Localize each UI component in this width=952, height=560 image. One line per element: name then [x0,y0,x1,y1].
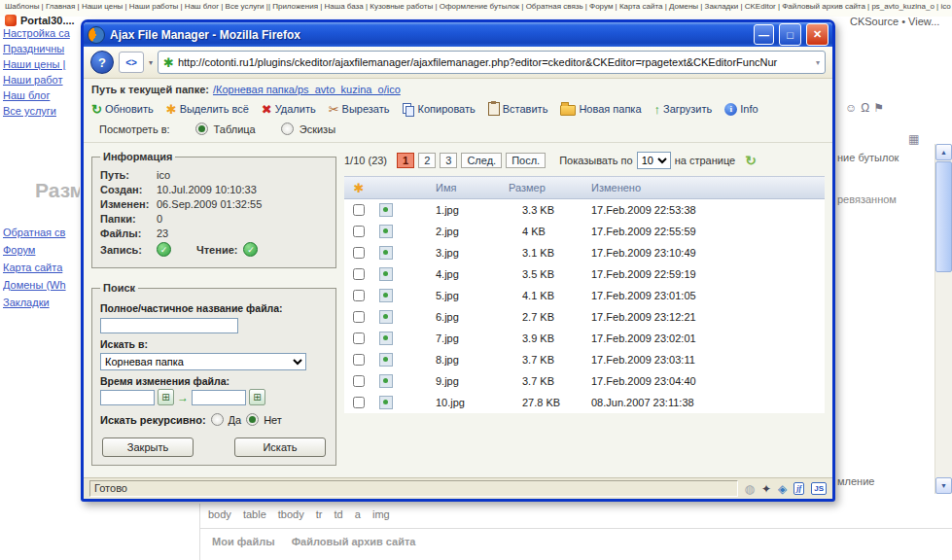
upload-button[interactable]: ↑ Загрузить [654,103,713,116]
file-name[interactable]: 10.jpg [399,397,501,408]
calendar-icon[interactable]: ⊞ [249,389,265,405]
modified-column-header[interactable]: Изменено [583,182,825,193]
address-bar[interactable]: ✱ http://cotonti.ru1/plugins/ckeditor/aj… [158,51,826,74]
table-row[interactable]: 1.jpg 3.3 KB 17.Feb.2009 22:53:38 [344,199,825,221]
row-checkbox[interactable] [353,332,365,344]
next-page-button[interactable]: След. [461,153,502,168]
select-all-button[interactable]: ✱ Выделить всё [166,103,249,116]
path-segment-root[interactable]: /Корневая папка [213,84,295,95]
chevron-down-icon[interactable]: ▾ [149,58,153,67]
row-checkbox[interactable] [353,247,365,259]
select-column-icon[interactable]: ✱ [354,181,365,195]
table-row[interactable]: 5.jpg 4.1 KB 17.Feb.2009 23:01:05 [344,285,825,306]
js-badge[interactable]: JS [811,482,827,495]
editor-element-path[interactable]: body table tbody tr td a img [208,508,390,520]
row-checkbox[interactable] [353,268,365,280]
delete-button[interactable]: ✖ Удалить [262,103,316,116]
plugin-icon[interactable]: ✦ [761,482,771,496]
search-in-select[interactable]: Корневая папка [100,353,306,370]
table-row[interactable]: 10.jpg 27.8 KB 08.Jun.2007 23:11:38 [344,392,825,413]
recursive-no-radio[interactable] [246,413,259,426]
refresh-button[interactable]: ↻ Обновить [91,103,154,116]
page-scrollbar[interactable]: ▲ ▼ [934,144,952,494]
file-name[interactable]: 6.jpg [399,311,501,323]
size-column-header[interactable]: Размер [501,182,583,193]
nav-link[interactable]: Наши цены | [3,56,81,72]
table-row[interactable]: 8.jpg 3.7 KB 17.Feb.2009 23:03:11 [344,349,825,370]
row-checkbox[interactable] [353,354,365,366]
nav-link[interactable]: Карта сайта [3,259,81,276]
time-to-input[interactable] [192,390,246,405]
close-search-button[interactable]: Закрыть [102,438,194,457]
file-name[interactable]: 5.jpg [399,290,501,301]
window-titlebar[interactable]: Ajax File Manager - Mozilla Firefox — □ … [84,22,832,47]
feed-icon[interactable]: ◍ [745,482,755,496]
path-segment-current[interactable]: /ico [384,84,401,95]
nav-link[interactable]: Обратная св [3,224,81,241]
new-folder-button[interactable]: Новая папка [560,102,641,116]
help-button[interactable]: ? [90,51,114,74]
file-name[interactable]: 4.jpg [399,268,501,280]
nav-link[interactable]: Закладки [3,294,81,311]
cut-button[interactable]: ✂ Вырезать [329,103,390,116]
nav-link[interactable]: Наши работ [3,72,81,88]
nav-link[interactable]: Праздничны [3,41,81,56]
page-size-select[interactable]: 10 [637,152,671,169]
search-button[interactable]: Искать [234,438,326,457]
scroll-up-button[interactable]: ▲ [935,144,952,160]
close-button[interactable]: ✕ [806,23,829,46]
file-name[interactable]: 7.jpg [399,332,501,344]
row-checkbox[interactable] [353,375,365,387]
page-1-button[interactable]: 1 [397,153,414,168]
table-row[interactable]: 6.jpg 2.7 KB 17.Feb.2009 23:12:21 [344,306,825,328]
smiley-icon[interactable]: ☺ [845,101,861,115]
minimize-button[interactable]: — [754,24,774,45]
info-button[interactable]: i Info [724,103,758,116]
nav-link[interactable]: Наш блог [3,88,81,103]
nav-link[interactable]: Настройка са [3,25,81,41]
flag-icon[interactable]: ⚑ [873,101,888,115]
tab-site-archive[interactable]: Файловый архив сайта [292,536,416,547]
chevron-down-icon[interactable]: ▾ [816,58,820,67]
file-name[interactable]: 9.jpg [399,375,501,387]
nav-link[interactable]: Все услуги [3,103,81,119]
globe-icon[interactable]: ◈ [778,482,787,496]
row-checkbox[interactable] [353,226,365,237]
file-name[interactable]: 8.jpg [399,354,501,366]
calendar-icon[interactable]: ⊞ [158,389,174,405]
view-thumbs-radio[interactable] [281,122,294,135]
page-3-button[interactable]: 3 [440,153,457,168]
cksource-link[interactable]: CKSource • View... [850,16,939,27]
maximize-button[interactable]: □ [779,23,801,46]
scroll-down-button[interactable]: ▼ [935,477,952,494]
view-source-button[interactable]: <> [119,52,144,73]
table-row[interactable]: 3.jpg 3.1 KB 17.Feb.2009 23:10:49 [344,242,825,263]
nav-link[interactable]: Форум [3,241,81,259]
search-name-input[interactable] [100,318,238,333]
table-row[interactable]: 7.jpg 3.9 KB 17.Feb.2009 23:02:01 [344,328,825,349]
scrollbar-thumb[interactable] [935,161,952,272]
table-row[interactable]: 4.jpg 3.5 KB 17.Feb.2009 22:59:19 [344,263,825,285]
row-checkbox[interactable] [353,204,365,216]
name-column-header[interactable]: Имя [399,182,501,193]
jf-badge[interactable]: jf [793,482,804,495]
grid-icon[interactable]: ▦ [908,132,919,146]
reload-list-icon[interactable]: ↻ [745,153,757,168]
page-2-button[interactable]: 2 [418,153,436,168]
paste-button[interactable]: Вставить [488,102,548,116]
time-from-input[interactable] [100,390,155,405]
file-name[interactable]: 2.jpg [399,226,501,237]
table-row[interactable]: 9.jpg 3.7 KB 17.Feb.2009 23:04:40 [344,370,825,392]
recursive-yes-radio[interactable] [211,413,224,426]
copy-button[interactable]: Копировать [403,103,476,116]
omega-icon[interactable]: Ω [861,101,873,115]
row-checkbox[interactable] [353,290,365,301]
nav-link[interactable]: Домены (Wh [3,276,81,294]
table-row[interactable]: 2.jpg 4 KB 17.Feb.2009 22:55:59 [344,221,825,242]
file-name[interactable]: 3.jpg [399,247,501,259]
view-table-radio[interactable] [195,122,208,135]
last-page-button[interactable]: Посл. [506,153,546,168]
row-checkbox[interactable] [353,311,365,323]
tab-my-files[interactable]: Мои файлы [212,536,275,547]
file-name[interactable]: 1.jpg [399,204,501,216]
